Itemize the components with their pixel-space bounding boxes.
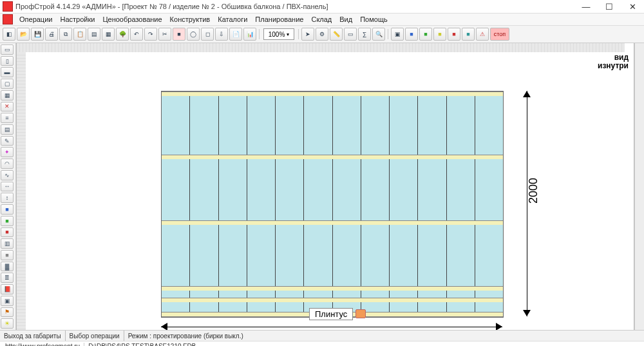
title-bar: ПрофСтрой 4.14.29 «АДМИН» - [Проект № 78… (0, 0, 644, 14)
window-icon[interactable]: ▢ (1, 79, 14, 89)
sheet-icon[interactable]: ▭ (344, 28, 357, 41)
box-blue-icon[interactable]: ■ (405, 28, 418, 41)
glass-icon[interactable]: 🔍 (372, 28, 385, 41)
grid-icon[interactable]: ▦ (102, 28, 115, 41)
zoom-select[interactable]: 100%▾ (263, 28, 294, 40)
flag-icon[interactable]: ⚑ (1, 307, 14, 318)
dimension-height-value: 2000 (527, 178, 540, 204)
box-red-icon[interactable]: ■ (448, 28, 460, 41)
ruler-vertical (17, 52, 26, 330)
drawing-area: вид изнутри (16, 43, 634, 330)
tag-icon[interactable]: стоп (490, 28, 509, 41)
panel-v-icon[interactable]: ▯ (1, 56, 14, 66)
gear-icon[interactable]: ⚙ (316, 28, 328, 41)
cross-icon[interactable]: ✕ (1, 102, 14, 112)
book-icon[interactable]: 📕 (1, 284, 14, 294)
frame-icon[interactable]: ▣ (391, 28, 404, 41)
element-label-handle[interactable] (355, 309, 366, 318)
report-icon[interactable]: 📄 (229, 28, 242, 41)
open-icon[interactable]: 📂 (17, 28, 30, 41)
undo-icon[interactable]: ↶ (130, 28, 143, 41)
menu-app-icon (3, 14, 13, 24)
section-icon[interactable]: ≡ (1, 113, 14, 123)
menu-construct[interactable]: Конструктив (166, 14, 214, 24)
blue-dot-icon[interactable]: ■ (1, 204, 14, 215)
tree-icon[interactable]: 🌳 (116, 28, 129, 41)
chart-icon[interactable]: 📊 (243, 28, 256, 41)
panel-h-icon[interactable]: ▬ (1, 67, 14, 77)
maximize-button[interactable]: ☐ (600, 1, 618, 12)
status-mode: Режим : проектирование (бирки выкл.) (124, 331, 644, 341)
ruler-horizontal (17, 43, 625, 53)
dimension-height: 2000 (515, 91, 541, 316)
panel-row-3 (162, 225, 503, 286)
menu-view[interactable]: Вид (336, 14, 356, 24)
construction-drawing[interactable] (161, 91, 504, 318)
window-title: ПрофСтрой 4.14.29 «АДМИН» - [Проект № 78… (15, 3, 328, 10)
color-icon[interactable]: ■ (173, 28, 185, 41)
layers-icon[interactable]: ▤ (88, 28, 100, 41)
panel-row-2 (162, 159, 503, 220)
footer-url[interactable]: http://www.profsegment.ru (1, 343, 84, 347)
wall-icon[interactable]: ▓ (1, 262, 14, 272)
main-toolbar: ◧ 📂 💾 🖨 ⧉ 📋 ▤ ▦ 🌳 ↶ ↷ ✂ ■ ◯ ◻ ⇩ 📄 📊 100%… (0, 26, 644, 43)
calc-icon[interactable]: ∑ (358, 28, 371, 41)
ruler-icon[interactable]: 📏 (330, 28, 343, 41)
footer-db-path: D:\DB\PS4\PS TEST\BASE1210.FDB (84, 343, 200, 347)
canvas[interactable]: вид изнутри (26, 52, 634, 330)
red-dot-icon[interactable]: ■ (1, 227, 14, 238)
import-icon[interactable]: ⇩ (215, 28, 228, 41)
arc-icon[interactable]: ◠ (1, 159, 14, 169)
zoom-value: 100% (269, 31, 285, 38)
element-label-plinth[interactable]: Плинтус (309, 308, 353, 320)
gray-dot-icon[interactable]: ■ (1, 250, 14, 260)
element-label-text: Плинтус (315, 309, 347, 319)
menu-pricing[interactable]: Ценообразование (99, 14, 166, 24)
board-icon[interactable]: ▥ (1, 238, 14, 249)
select-icon[interactable]: ▭ (1, 44, 14, 55)
box-icon[interactable]: ▣ (1, 296, 14, 306)
print-icon[interactable]: 🖨 (45, 28, 58, 41)
warning-icon[interactable]: ⚠ (476, 28, 489, 41)
view-label-2: изнутри (598, 62, 629, 70)
circle-icon[interactable]: ◯ (187, 28, 200, 41)
vertical-scrollbar[interactable] (634, 43, 644, 330)
menu-settings[interactable]: Настройки (56, 14, 99, 24)
panel-row-1 (162, 96, 503, 155)
close-button[interactable]: ✕ (623, 1, 641, 12)
dim-icon[interactable]: ↔ (1, 182, 14, 192)
menu-help[interactable]: Помощь (356, 14, 392, 24)
status-operation[interactable]: Выбор операции (66, 331, 124, 341)
box-green-icon[interactable]: ■ (419, 28, 432, 41)
box-yellow-icon[interactable]: ■ (433, 28, 446, 41)
app-icon (3, 1, 13, 12)
paste-icon[interactable]: 📋 (73, 28, 86, 41)
grid2-icon[interactable]: ▦ (1, 90, 14, 101)
status-bar: Выход за габариты Выбор операции Режим :… (0, 330, 644, 341)
light-icon[interactable]: ☀ (1, 318, 14, 329)
menu-planning[interactable]: Планирование (251, 14, 307, 24)
cut-icon[interactable]: ✂ (158, 28, 171, 41)
pencil-icon[interactable]: ✎ (1, 136, 14, 146)
square-icon[interactable]: ◻ (201, 28, 214, 41)
copy-icon[interactable]: ⧉ (59, 28, 72, 41)
save-icon[interactable]: 💾 (31, 28, 44, 41)
star-icon[interactable]: ✦ (1, 147, 14, 157)
new-icon[interactable]: ◧ (3, 28, 15, 41)
menu-catalogs[interactable]: Каталоги (214, 14, 251, 24)
curve-icon[interactable]: ∿ (1, 170, 14, 180)
layer-icon[interactable]: ≣ (1, 273, 14, 283)
view-label: вид изнутри (598, 53, 629, 70)
minimize-button[interactable]: — (577, 1, 595, 12)
panel-row-4 (162, 291, 503, 298)
box-teal-icon[interactable]: ■ (462, 28, 475, 41)
side-toolbar: ▭ ▯ ▬ ▢ ▦ ✕ ≡ ▤ ✎ ✦ ◠ ∿ ↔ ↕ ■ ■ ■ ▥ ■ ▓ … (0, 43, 16, 330)
redo-icon[interactable]: ↷ (144, 28, 157, 41)
menu-warehouse[interactable]: Склад (307, 14, 336, 24)
menu-operations[interactable]: Операции (15, 14, 56, 24)
gridline-icon[interactable]: ▤ (1, 124, 14, 135)
measure-icon[interactable]: ↕ (1, 193, 14, 203)
green-dot-icon[interactable]: ■ (1, 216, 14, 226)
arrow-icon[interactable]: ➤ (301, 28, 314, 41)
status-bounds[interactable]: Выход за габариты (0, 331, 66, 341)
